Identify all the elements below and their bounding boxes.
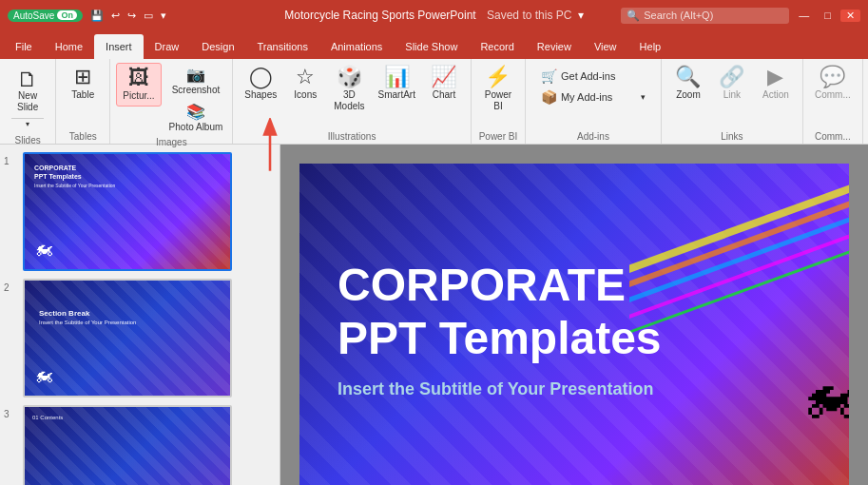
group-links: 🔍 Zoom 🔗 Link ▶ Action Links [662,59,803,144]
search-placeholder[interactable]: Search (Alt+Q) [644,10,713,21]
tab-transitions[interactable]: Transitions [246,34,319,59]
new-slide-arrow[interactable]: ▾ [11,118,44,129]
shapes-button[interactable]: ◯ Shapes [239,63,282,105]
powerbi-label: PowerBI [485,89,511,112]
main-slide-content: 🏍 CORPORATEPPT Templates Insert the Subt… [299,164,849,485]
tab-help[interactable]: Help [628,34,673,59]
title-bar: AutoSave On 💾 ↩ ↪ ▭ ▾ Motorcycle Racing … [0,0,868,30]
zoom-label: Zoom [676,89,701,101]
group-illustrations: ◯ Shapes ☆ Icons 🎲 3DModels 📊 SmartArt 📈… [233,59,472,144]
powerbi-icon: ⚡ [485,67,511,87]
ribbon: 🗋 NewSlide ▾ Slides ⊞ Table Tables 🖼 Pic… [0,59,868,145]
chart-button[interactable]: 📈 Chart [423,63,465,105]
link-icon: 🔗 [719,67,744,87]
get-addins-icon: 🛒 [541,68,557,84]
slide2-title: Section BreakInsert the Subtitle of Your… [39,309,136,326]
shapes-icon: ◯ [249,67,273,87]
zoom-icon: 🔍 [675,67,701,87]
my-addins-label: My Add-ins [561,91,612,103]
tab-animations[interactable]: Animations [319,34,394,59]
table-button[interactable]: ⊞ Table [62,63,104,105]
present-icon[interactable]: ▭ [144,10,153,22]
tab-design[interactable]: Design [190,34,245,59]
screenshot-button[interactable]: 📷 Screenshot [165,63,227,98]
pictures-label: Pictur... [123,90,154,102]
smartart-button[interactable]: 📊 SmartArt [373,63,421,105]
save-icon[interactable]: 💾 [90,10,104,22]
slide-thumbnail-1[interactable]: CORPORATEPPT TemplatesInsert the Subtitl… [23,152,232,271]
tab-insert[interactable]: Insert [94,34,144,59]
comment-label: Comm... [815,89,851,101]
new-slide-button[interactable]: 🗋 NewSlide ▾ [6,63,49,133]
dropdown-arrow[interactable]: ▾ [578,9,584,22]
comments-group-label: Comm... [815,129,851,142]
slide1-title: CORPORATEPPT TemplatesInsert the Subtitl… [34,164,115,189]
shapes-label: Shapes [244,89,277,101]
ribbon-tabs: File Home Insert Draw Design Transitions… [0,30,868,59]
chart-icon: 📈 [431,67,456,87]
group-tables: ⊞ Table Tables [56,59,110,144]
tables-group-label: Tables [69,129,97,142]
title-bar-left: AutoSave On 💾 ↩ ↪ ▭ ▾ [8,10,166,22]
pictures-button[interactable]: 🖼 Pictur... [116,63,161,107]
links-group-label: Links [721,129,743,142]
slide-thumb-1: 1 CORPORATEPPT TemplatesInsert the Subti… [4,152,276,271]
3d-models-icon: 🎲 [337,67,362,87]
link-label: Link [723,89,741,101]
tab-draw[interactable]: Draw [144,34,191,59]
get-addins-button[interactable]: 🛒 Get Add-ins [535,67,651,86]
action-button[interactable]: ▶ Action [755,63,797,105]
restore-button[interactable]: □ [819,10,837,21]
action-icon: ▶ [767,67,783,87]
tab-home[interactable]: Home [44,34,94,59]
zoom-button[interactable]: 🔍 Zoom [667,63,709,105]
autosave-toggle[interactable]: AutoSave On [8,10,83,22]
title-bar-right: 🔍 Search (Alt+Q) — □ ✕ [621,8,860,24]
table-label: Table [71,89,94,101]
main-slide-subtitle: Insert the Subtitle of Your Presentation [338,379,811,399]
tab-view[interactable]: View [583,34,628,59]
slide-number-1: 1 [4,152,17,166]
undo-icon[interactable]: ↩ [111,10,120,22]
tab-record[interactable]: Record [469,34,525,59]
tab-review[interactable]: Review [526,34,583,59]
screenshot-label: Screenshot [172,85,221,95]
link-button[interactable]: 🔗 Link [711,63,753,105]
addins-group-label: Add-ins [577,129,609,142]
slide-thumb-2: 2 Section BreakInsert the Subtitle of Yo… [4,279,276,398]
3d-models-button[interactable]: 🎲 3DModels [328,63,370,116]
table-icon: ⊞ [74,67,91,87]
photo-album-icon: 📚 [186,103,205,121]
slide-thumbnail-2[interactable]: Section BreakInsert the Subtitle of Your… [23,279,232,398]
icons-icon: ☆ [296,67,315,87]
group-powerbi: ⚡ PowerBI Power BI [472,59,526,144]
more-icon[interactable]: ▾ [161,10,166,22]
new-slide-icon: 🗋 [17,69,38,90]
slides-panel: 1 CORPORATEPPT TemplatesInsert the Subti… [0,145,280,485]
minimize-button[interactable]: — [793,10,815,21]
chart-label: Chart [433,89,455,101]
my-addins-arrow[interactable]: ▾ [641,92,646,102]
slides-items: 🗋 NewSlide ▾ [6,63,49,133]
group-slides: 🗋 NewSlide ▾ Slides [0,59,56,144]
tab-slideshow[interactable]: Slide Show [394,34,469,59]
smartart-icon: 📊 [384,67,410,87]
images-group-label: Images [156,135,187,147]
close-button[interactable]: ✕ [840,10,860,22]
icons-button[interactable]: ☆ Icons [284,63,326,105]
slide-thumbnail-3[interactable]: 01 Contents Agenda Style [23,405,232,485]
comment-button[interactable]: 💬 Comm... [809,63,857,105]
group-addins: 🛒 Get Add-ins 📦 My Add-ins ▾ Add-ins [526,59,662,144]
document-title: Motorcycle Racing Sports PowerPoint [284,9,475,22]
powerbi-button[interactable]: ⚡ PowerBI [477,63,519,116]
group-images: 🖼 Pictur... 📷 Screenshot 📚 Photo Album I… [110,59,233,144]
save-status: Saved to this PC [487,9,571,22]
icons-label: Icons [294,89,317,101]
new-slide-label: NewSlide [17,90,38,113]
photo-album-button[interactable]: 📚 Photo Album [165,100,227,135]
smartart-label: SmartArt [378,89,415,101]
redo-icon[interactable]: ↪ [127,10,136,22]
my-addins-button[interactable]: 📦 My Add-ins ▾ [535,87,651,107]
tab-file[interactable]: File [4,34,44,59]
app-body: 1 CORPORATEPPT TemplatesInsert the Subti… [0,145,868,485]
